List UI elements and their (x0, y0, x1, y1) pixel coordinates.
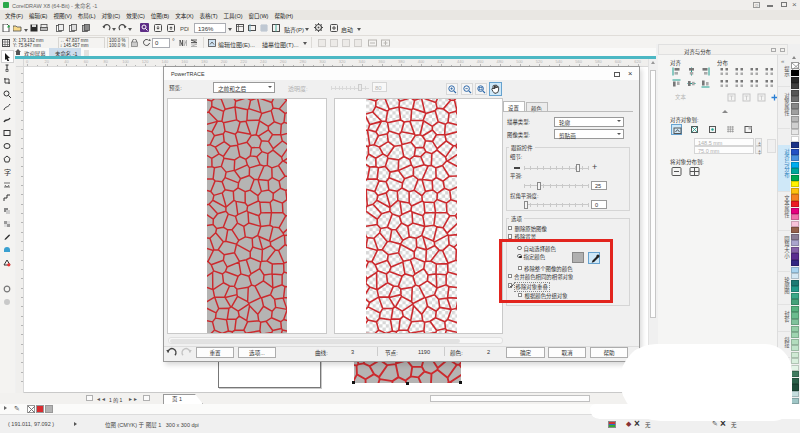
svg-text:PDF: PDF (180, 26, 189, 32)
svg-text:字: 字 (4, 168, 11, 176)
